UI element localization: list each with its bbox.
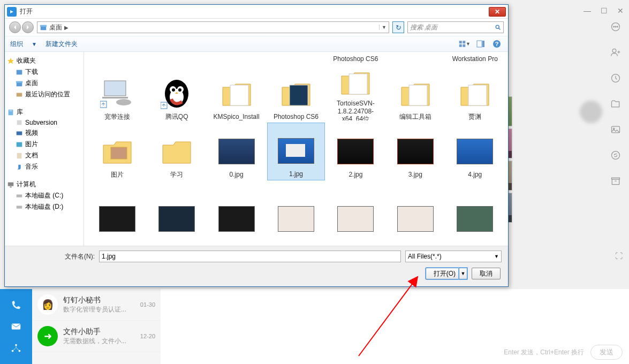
dialog-titlebar[interactable]: 打开 ✕ xyxy=(5,5,508,19)
file-grid[interactable]: Photoshop CS6 Workstation Pro 宽带连接 腾讯QQ … xyxy=(84,52,508,246)
tree-item[interactable]: 音乐 xyxy=(7,161,81,172)
tree-item[interactable]: 图片 xyxy=(7,139,81,150)
svg-rect-24 xyxy=(17,70,22,74)
tree-item[interactable]: 桌面 xyxy=(7,78,81,89)
organize-menu[interactable]: 组织 xyxy=(10,40,23,49)
filename-input[interactable] xyxy=(99,251,401,262)
tree-item[interactable]: Subversion xyxy=(7,118,81,127)
svg-point-1 xyxy=(613,26,615,27)
svg-point-4 xyxy=(612,49,616,52)
more-icon[interactable] xyxy=(610,21,621,32)
mail-icon[interactable] xyxy=(10,321,22,332)
avatar: 👩 xyxy=(37,294,58,315)
avatar[interactable] xyxy=(580,101,602,123)
file-item[interactable]: 编辑工具箱 xyxy=(387,65,444,123)
tree-item[interactable]: 文档 xyxy=(7,150,81,161)
file-item[interactable] xyxy=(327,180,384,238)
file-item[interactable] xyxy=(148,180,205,238)
network-icon[interactable] xyxy=(10,343,22,354)
phone-icon[interactable] xyxy=(10,299,22,311)
file-item[interactable]: Workstation Pro xyxy=(446,52,504,65)
dialog-app-icon xyxy=(7,7,17,17)
file-item[interactable] xyxy=(267,180,324,238)
send-button[interactable]: 发送 xyxy=(590,345,623,360)
file-item[interactable]: 图片 xyxy=(88,123,146,180)
view-mode-button[interactable]: ▼ xyxy=(459,39,471,49)
file-item[interactable]: 4.jpg xyxy=(446,123,504,180)
file-item[interactable]: Photoshop CS6 xyxy=(267,65,324,123)
image-icon[interactable] xyxy=(610,124,621,135)
refresh-button[interactable]: ↻ xyxy=(392,21,404,33)
file-item[interactable] xyxy=(208,180,265,238)
svg-point-3 xyxy=(617,26,618,27)
clock-icon[interactable] xyxy=(610,73,621,84)
file-item[interactable]: 3.jpg xyxy=(387,123,444,180)
chat-item[interactable]: ➜ 文件小助手 无需数据线，文件小... 12-20 xyxy=(32,321,161,352)
file-item[interactable] xyxy=(88,180,146,238)
tree-item[interactable]: 本地磁盘 (D:) xyxy=(7,201,81,213)
svg-rect-18 xyxy=(459,44,462,47)
svg-point-2 xyxy=(615,26,616,27)
tree-item[interactable]: 视频 xyxy=(7,127,81,139)
svg-point-11 xyxy=(12,350,14,352)
tree-libraries[interactable]: 库 xyxy=(7,107,81,118)
file-type-filter[interactable]: All Files(*.*)▼ xyxy=(405,251,502,262)
input-hint: Enter 发送，Ctrl+Enter 换行 xyxy=(504,348,584,357)
svg-rect-51 xyxy=(349,74,367,94)
open-dropdown[interactable]: ▼ xyxy=(459,268,467,279)
file-item[interactable]: 学习 xyxy=(148,123,205,180)
file-item[interactable] xyxy=(387,180,444,238)
file-item[interactable]: 腾讯QQ xyxy=(148,65,205,123)
tree-favorites[interactable]: 收藏夹 xyxy=(7,55,81,66)
file-item[interactable]: TortoiseSVN-1.8.2.24708-x64_64位 xyxy=(327,65,384,123)
folder-icon[interactable] xyxy=(610,98,621,109)
chat-preview: 无需数据线，文件小... xyxy=(63,337,133,346)
search-box[interactable]: 搜索 桌面 xyxy=(407,21,504,33)
tree-item[interactable]: 本地磁盘 (C:) xyxy=(7,190,81,201)
close-button[interactable]: ✕ xyxy=(617,6,624,15)
file-item[interactable] xyxy=(446,180,504,238)
svg-point-12 xyxy=(19,350,21,352)
add-user-icon[interactable] xyxy=(610,47,621,58)
help-button[interactable]: ? xyxy=(491,39,503,49)
back-button[interactable] xyxy=(9,21,21,33)
chat-name: 文件小助手 xyxy=(63,327,135,337)
svg-rect-26 xyxy=(16,81,22,83)
archive-icon[interactable] xyxy=(610,176,621,186)
svg-rect-50 xyxy=(290,85,308,105)
svg-point-0 xyxy=(612,23,620,31)
svg-rect-35 xyxy=(10,186,12,187)
minimize-button[interactable]: — xyxy=(583,6,591,15)
new-folder-button[interactable]: 新建文件夹 xyxy=(46,40,78,49)
svg-rect-28 xyxy=(9,109,13,115)
forward-button[interactable] xyxy=(22,21,34,33)
file-item[interactable]: 2.jpg xyxy=(327,123,384,180)
left-nav xyxy=(0,289,32,364)
dialog-close-button[interactable]: ✕ xyxy=(489,7,506,17)
maximize-button[interactable]: ☐ xyxy=(601,6,608,15)
path-dropdown[interactable]: ▼ xyxy=(379,25,387,30)
tree-item[interactable]: 最近访问的位置 xyxy=(7,89,81,100)
svg-point-40 xyxy=(116,99,131,105)
file-item[interactable]: KMSpico_Install xyxy=(208,65,265,123)
file-item[interactable]: 贾渊 xyxy=(446,65,504,123)
avatar: ➜ xyxy=(37,326,58,346)
svg-rect-16 xyxy=(459,41,462,43)
file-item[interactable]: 0.jpg xyxy=(208,123,265,180)
svg-rect-13 xyxy=(41,26,47,30)
open-button[interactable]: 打开(O) xyxy=(426,268,459,279)
chat-item[interactable]: 👩 钉钉小秘书 数字化管理专员认证... 01-30 xyxy=(32,289,161,321)
file-item-selected[interactable]: 1.jpg xyxy=(267,123,324,180)
cancel-button[interactable]: 取消 xyxy=(472,268,501,279)
path-box[interactable]: 桌面 ▶ ▼ xyxy=(37,21,389,33)
svg-rect-37 xyxy=(17,206,22,208)
expand-icon[interactable]: ⛶ xyxy=(615,252,623,260)
file-item[interactable]: 宽带连接 xyxy=(88,65,146,123)
link-icon[interactable] xyxy=(610,150,621,161)
file-item[interactable]: Photoshop CS6 xyxy=(327,52,384,65)
chevron-right-icon[interactable]: ▶ xyxy=(64,25,69,31)
tree-item[interactable]: 下载 xyxy=(7,66,81,78)
path-segment[interactable]: 桌面 xyxy=(49,23,62,32)
tree-computer[interactable]: 计算机 xyxy=(7,179,81,190)
preview-pane-button[interactable] xyxy=(475,39,487,49)
